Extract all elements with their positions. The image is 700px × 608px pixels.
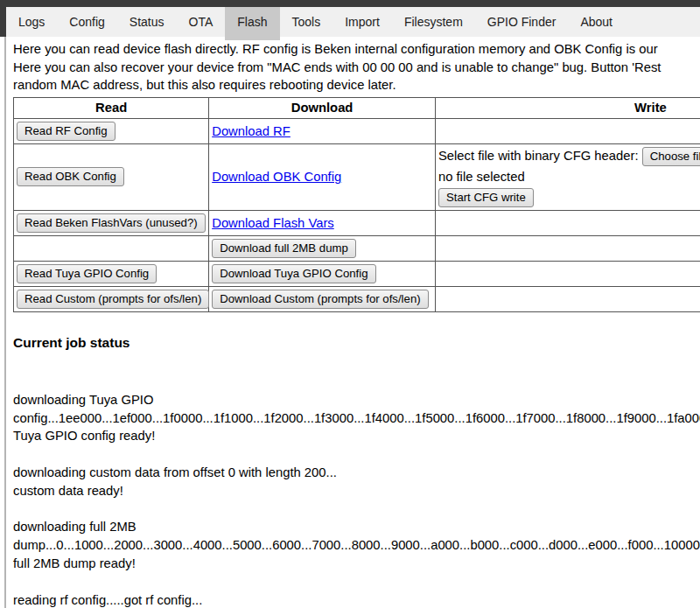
read-custom-button[interactable]: Read Custom (prompts for ofs/len) xyxy=(17,290,209,309)
log-line xyxy=(13,445,700,464)
table-row-obk: Read OBK Config Download OBK Config Sele… xyxy=(14,143,700,210)
tab-gpio-finder[interactable]: GPIO Finder xyxy=(475,7,569,37)
column-header-read: Read xyxy=(14,97,209,118)
log-line: downloading Tuya GPIO xyxy=(13,391,700,409)
download-custom-button[interactable]: Download Custom (prompts for ofs/len) xyxy=(212,290,428,309)
intro-text: Here you can read device flash directly.… xyxy=(13,40,700,94)
log-line: downloading custom data from offset 0 wi… xyxy=(13,464,700,482)
log-line: dump...0...1000...2000...3000...4000...5… xyxy=(13,536,700,555)
tab-filesystem[interactable]: Filesystem xyxy=(392,7,475,37)
table-row-custom: Read Custom (prompts for ofs/len) Downlo… xyxy=(14,286,700,311)
download-2mb-dump-button[interactable]: Download full 2MB dump xyxy=(212,239,356,258)
table-header-row: Read Download Write xyxy=(14,97,700,118)
empty-cell xyxy=(435,235,700,261)
empty-cell xyxy=(435,261,700,286)
log-line: custom data ready! xyxy=(13,482,700,500)
table-row-2mb-dump: Download full 2MB dump xyxy=(14,235,700,261)
intro-line-3: random MAC address, but this also requir… xyxy=(13,76,700,94)
page-left-border xyxy=(4,37,6,608)
choose-file-button[interactable]: Choose file xyxy=(642,147,700,166)
read-tuya-gpio-button[interactable]: Read Tuya GPIO Config xyxy=(17,264,157,283)
table-row-flashvars: Read Beken FlashVars (unused?) Download … xyxy=(14,210,700,235)
tab-about[interactable]: About xyxy=(568,7,625,37)
tab-flash[interactable]: Flash xyxy=(225,7,279,37)
window-left-edge xyxy=(0,7,6,37)
flash-page: Here you can read device flash directly.… xyxy=(13,40,700,608)
empty-cell xyxy=(435,210,700,235)
column-header-download: Download xyxy=(209,97,436,118)
intro-line-2: Here you can also recover your device fr… xyxy=(13,59,700,77)
download-flash-vars-link[interactable]: Download Flash Vars xyxy=(212,216,334,230)
download-rf-link[interactable]: Download RF xyxy=(212,124,290,138)
log-line: Tuya GPIO config ready! xyxy=(13,427,700,445)
log-line: reading rf config.....got rf config... xyxy=(13,591,700,608)
log-line: full 2MB dump ready! xyxy=(13,555,700,573)
start-cfg-write-button[interactable]: Start CFG write xyxy=(438,188,534,207)
table-row-rf: Read RF Config Download RF xyxy=(14,118,700,143)
read-obk-config-button[interactable]: Read OBK Config xyxy=(17,167,124,186)
log-line: config...1ee000...1ef000...1f0000...1f10… xyxy=(13,409,700,428)
tab-config[interactable]: Config xyxy=(57,7,116,37)
table-row-tuya-gpio: Read Tuya GPIO Config Download Tuya GPIO… xyxy=(14,261,700,286)
window-top-edge xyxy=(0,0,700,7)
log-line xyxy=(13,500,700,519)
tab-bar: Logs Config Status OTA Flash Tools Impor… xyxy=(6,7,700,37)
tab-status[interactable]: Status xyxy=(117,7,177,37)
tab-ota[interactable]: OTA xyxy=(177,7,226,37)
tab-tools[interactable]: Tools xyxy=(280,7,333,37)
log-line: downloading full 2MB xyxy=(13,518,700,536)
intro-line-1: Here you can read device flash directly.… xyxy=(13,40,700,59)
job-status-log: downloading Tuya GPIO config...1ee000...… xyxy=(13,391,700,608)
job-status-heading: Current job status xyxy=(13,335,700,351)
read-flashvars-button[interactable]: Read Beken FlashVars (unused?) xyxy=(17,213,206,233)
empty-cell xyxy=(435,118,700,143)
cfg-write-cell: Select file with binary CFG header: Choo… xyxy=(435,143,700,210)
empty-cell xyxy=(14,235,209,261)
download-tuya-gpio-button[interactable]: Download Tuya GPIO Config xyxy=(212,264,375,283)
read-rf-config-button[interactable]: Read RF Config xyxy=(17,122,116,141)
tab-import[interactable]: Import xyxy=(332,7,392,37)
download-obk-config-link[interactable]: Download OBK Config xyxy=(212,170,341,184)
empty-cell xyxy=(435,286,700,311)
cfg-file-label: Select file with binary CFG header: xyxy=(438,149,639,163)
file-status-text: no file selected xyxy=(438,168,700,186)
column-header-write: Write xyxy=(435,97,700,118)
flash-operations-table: Read Download Write Read RF Config Downl… xyxy=(13,97,700,312)
log-line xyxy=(13,573,700,591)
tab-logs[interactable]: Logs xyxy=(6,7,57,37)
